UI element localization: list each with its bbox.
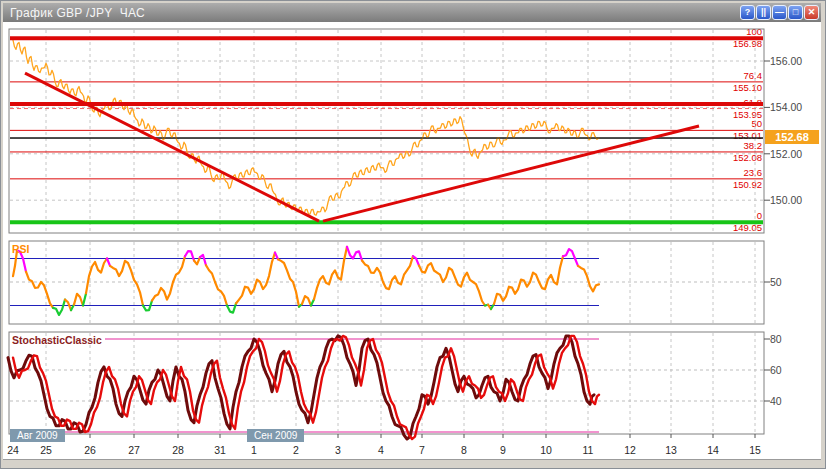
maximize-button[interactable]: □: [788, 5, 803, 20]
window-title: График GBP /JPY ЧАС: [3, 6, 145, 20]
price-panel[interactable]: [9, 29, 764, 233]
help-button[interactable]: ?: [740, 5, 755, 20]
rsi-panel[interactable]: [9, 241, 764, 324]
chart-window: График GBP /JPY ЧАС ?||—□✕ 156.00154.001…: [0, 0, 826, 469]
minimize-button[interactable]: —: [772, 5, 787, 20]
window-buttons: ?||—□✕: [740, 5, 819, 20]
close-button[interactable]: ✕: [804, 5, 819, 20]
stochastic-panel[interactable]: [9, 332, 764, 434]
title-bar[interactable]: График GBP /JPY ЧАС ?||—□✕: [3, 3, 821, 22]
pin-button[interactable]: ||: [756, 5, 771, 20]
